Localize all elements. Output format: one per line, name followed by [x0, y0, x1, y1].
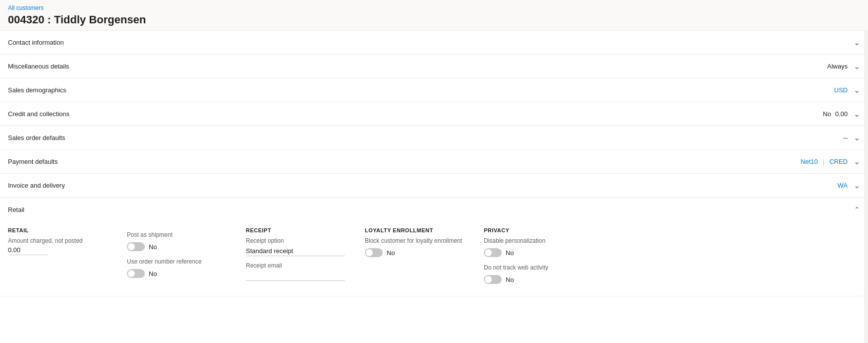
retail-col-loyalty: LOYALTY ENROLLMENT Block customer for lo…: [365, 227, 484, 286]
retail-content: RETAIL Amount charged, not posted 0.00 P…: [0, 221, 868, 296]
section-sales-demographics[interactable]: Sales demographics USD: [0, 78, 868, 102]
chevron-down-icon-invoice: [854, 181, 860, 190]
post-as-shipment-toggle-row: No: [127, 242, 230, 251]
section-title-credit: Credit and collections: [8, 110, 69, 118]
section-payment-defaults[interactable]: Payment defaults Net10 | CRED: [0, 150, 868, 174]
receipt-col-label: RECEIPT: [246, 227, 349, 233]
receipt-option-label: Receipt option: [246, 237, 349, 244]
receipt-email-label: Receipt email: [246, 262, 349, 269]
use-order-number-label: Use order number reference: [127, 258, 230, 265]
section-value-sales-order: --: [843, 134, 848, 141]
page-title: 004320 : Tiddly Borgensen: [0, 12, 868, 30]
retail-col-label: RETAIL: [8, 227, 111, 233]
section-sales-order-defaults[interactable]: Sales order defaults --: [0, 126, 868, 150]
retail-col-privacy: PRIVACY Disable personalization No Do no…: [484, 227, 603, 286]
section-contact-information[interactable]: Contact information: [0, 31, 868, 55]
section-value-payment-net10: Net10: [801, 158, 818, 165]
use-order-number-value: No: [149, 270, 157, 277]
section-value-credit-no: No: [823, 110, 831, 118]
section-title-contact: Contact information: [8, 39, 64, 46]
section-value-misc: Always: [827, 63, 848, 70]
post-as-shipment-toggle[interactable]: [127, 242, 145, 251]
section-right-retail: [852, 206, 860, 213]
retail-section: Retail RETAIL Amount charged, not posted…: [0, 198, 868, 296]
loyalty-block-label: Block customer for loyalty enrollment: [365, 237, 468, 244]
section-right-payment: Net10 | CRED: [801, 157, 860, 166]
loyalty-block-toggle[interactable]: [365, 248, 383, 257]
chevron-down-icon-sales-demo: [854, 85, 860, 95]
section-value-invoice-wa: WA: [838, 182, 848, 189]
disable-personalization-label: Disable personalization: [484, 237, 587, 244]
chevron-down-icon-sales-order: [854, 133, 860, 142]
post-as-shipment-label: Post as shipment: [127, 231, 230, 238]
section-value-credit-amount: 0.00: [835, 110, 848, 118]
section-miscellaneous-details[interactable]: Miscellaneous details Always: [0, 55, 868, 78]
section-value-sales-demo: USD: [834, 86, 848, 94]
main-content: Contact information Miscellaneous detail…: [0, 31, 868, 343]
section-title-invoice: Invoice and delivery: [8, 182, 65, 189]
payment-separator: |: [823, 158, 824, 165]
section-right-invoice: WA: [838, 181, 860, 190]
disable-personalization-toggle[interactable]: [484, 248, 502, 257]
use-order-number-toggle[interactable]: [127, 269, 145, 278]
section-title-sales-demo: Sales demographics: [8, 86, 66, 94]
retail-section-header[interactable]: Retail: [0, 198, 868, 221]
retail-col-receipt: RECEIPT Receipt option Receipt email: [246, 227, 365, 286]
page-container: All customers 004320 : Tiddly Borgensen …: [0, 0, 868, 343]
do-not-track-toggle-row: No: [484, 275, 587, 284]
do-not-track-toggle[interactable]: [484, 275, 502, 284]
section-credit-collections[interactable]: Credit and collections No 0.00: [0, 102, 868, 126]
chevron-down-icon-payment: [854, 157, 860, 166]
section-right-misc: Always: [827, 62, 860, 71]
use-order-number-toggle-row: No: [127, 269, 230, 278]
disable-personalization-value: No: [506, 249, 514, 257]
loyalty-col-label: LOYALTY ENROLLMENT: [365, 227, 468, 233]
retail-amount-value: 0.00: [8, 246, 48, 255]
section-title-retail: Retail: [8, 206, 24, 213]
section-title-misc: Miscellaneous details: [8, 63, 69, 70]
breadcrumb-area: All customers: [0, 0, 868, 12]
post-as-shipment-value: No: [149, 243, 157, 251]
section-value-payment-cred: CRED: [829, 158, 848, 165]
chevron-down-icon-misc: [854, 62, 860, 71]
do-not-track-label: Do not track web activity: [484, 264, 587, 271]
receipt-email-input[interactable]: [246, 271, 345, 281]
chevron-up-icon-retail: [854, 206, 860, 213]
receipt-option-input[interactable]: [246, 246, 345, 256]
retail-col-shipment: Post as shipment No Use order number ref…: [127, 227, 246, 286]
retail-amount-label: Amount charged, not posted: [8, 237, 111, 244]
section-title-payment: Payment defaults: [8, 158, 58, 165]
section-right-sales-order: --: [843, 133, 860, 142]
retail-col-retail: RETAIL Amount charged, not posted 0.00: [8, 227, 127, 286]
loyalty-block-value: No: [387, 249, 395, 257]
chevron-down-icon-credit: [854, 109, 860, 119]
do-not-track-value: No: [506, 276, 514, 283]
scrollbar-track[interactable]: [864, 31, 868, 343]
breadcrumb-link[interactable]: All customers: [8, 4, 44, 11]
section-right-sales-demo: USD: [834, 85, 860, 95]
section-right-contact: [852, 38, 860, 47]
privacy-col-label: PRIVACY: [484, 227, 587, 233]
loyalty-block-toggle-row: No: [365, 248, 468, 257]
disable-personalization-toggle-row: No: [484, 248, 587, 257]
chevron-down-icon-contact: [854, 38, 860, 47]
section-invoice-delivery[interactable]: Invoice and delivery WA: [0, 174, 868, 198]
section-right-credit: No 0.00: [823, 109, 860, 119]
section-title-sales-order: Sales order defaults: [8, 134, 65, 141]
